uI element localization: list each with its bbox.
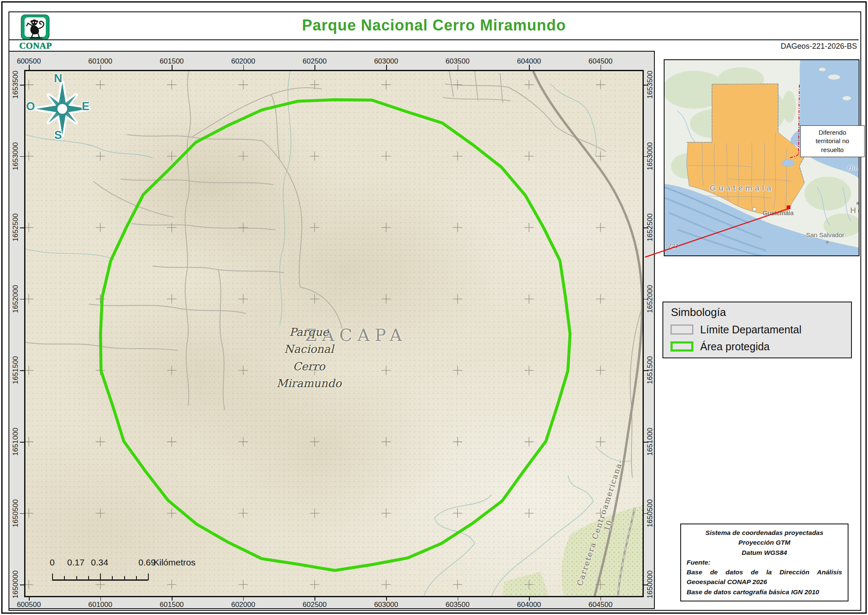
projection-line: Proyección GTM bbox=[687, 537, 842, 547]
source-box: Sistema de coordenadas proyectadas Proye… bbox=[680, 524, 849, 601]
fuente-label: Fuente: bbox=[687, 557, 842, 567]
coordinate-tick bbox=[644, 442, 648, 443]
city-dot bbox=[826, 241, 829, 244]
coordinate-tick: 603500 bbox=[441, 601, 475, 609]
coordinate-tick bbox=[314, 65, 315, 70]
coordinate-tick: 600500 bbox=[12, 601, 46, 609]
coordinate-tick: 601500 bbox=[155, 57, 189, 66]
park-location-marker bbox=[787, 205, 790, 209]
coordinate-tick: 602000 bbox=[226, 57, 260, 66]
inset-number-label: 721 bbox=[668, 242, 679, 249]
coordinate-tick bbox=[458, 65, 459, 70]
coordinate-tick: 604500 bbox=[584, 57, 618, 66]
coordinate-tick: 603000 bbox=[369, 601, 403, 609]
scale-bar-tick bbox=[64, 576, 65, 580]
scale-bar-tick bbox=[88, 576, 89, 580]
coordinate-tick: 603000 bbox=[369, 57, 403, 66]
conap-logo-label: CONAP bbox=[17, 41, 54, 51]
coordinate-tick bbox=[100, 65, 101, 70]
lake-izabal bbox=[782, 160, 795, 166]
scale-unit: Kilómetros bbox=[153, 557, 195, 568]
coordinate-tick: 603500 bbox=[441, 57, 475, 66]
document-id: DAGeos-221-2026-BS bbox=[781, 42, 857, 51]
main-map: N E S O ZACAPA Parque Nacional Cerro Mir… bbox=[24, 70, 644, 597]
coordinate-tick bbox=[243, 65, 244, 70]
city-dot bbox=[857, 202, 860, 205]
coordinate-tick: 604500 bbox=[584, 601, 618, 609]
territorial-note: Diferendo territorial no resuelto bbox=[800, 125, 865, 157]
inset-honduras-label: Ho bbox=[850, 206, 860, 215]
coordinate-tick: 1652000 bbox=[11, 282, 20, 316]
departmental-boundary-swatch bbox=[670, 324, 693, 335]
coordinate-tick: 1650500 bbox=[11, 496, 20, 530]
header: Parque Nacional Cerro Miramundo bbox=[9, 12, 859, 40]
coordinate-tick bbox=[386, 65, 387, 70]
coordinate-tick: 601000 bbox=[83, 601, 117, 609]
conap-logo: CONAP bbox=[20, 14, 51, 51]
inset-geography bbox=[665, 60, 860, 256]
coordinate-tick bbox=[20, 370, 24, 371]
scale-bar-tick bbox=[124, 576, 125, 580]
coordinate-tick bbox=[20, 299, 24, 300]
scale-bar-tick bbox=[52, 573, 53, 580]
coordinate-tick bbox=[644, 85, 648, 86]
scale-value: 0.17 bbox=[63, 557, 89, 568]
projection-line: Datum WGS84 bbox=[687, 548, 842, 557]
scale-bar-tick bbox=[148, 573, 149, 580]
coordinate-tick bbox=[644, 299, 648, 300]
coordinate-tick: 601000 bbox=[83, 57, 117, 66]
compass-east-label: E bbox=[77, 100, 94, 113]
coordinate-tick bbox=[29, 65, 30, 70]
source-line: Base de datos cartografía básica IGN 201… bbox=[687, 587, 842, 597]
coordinate-tick bbox=[644, 227, 648, 228]
coordinate-tick: 604000 bbox=[512, 57, 546, 66]
source-line: Base de datos de la Dirección Análisis G… bbox=[687, 567, 842, 587]
inset-gulf-label: Hond bbox=[847, 164, 860, 172]
projection-line: Sistema de coordenadas proyectadas bbox=[687, 528, 842, 537]
map-frame: 6005006005006010006010006015006015006020… bbox=[8, 51, 655, 609]
coordinate-tick: 1653000 bbox=[11, 139, 20, 173]
coordinate-tick: 602000 bbox=[226, 601, 260, 609]
coordinate-tick bbox=[644, 156, 648, 157]
coordinate-tick bbox=[20, 227, 24, 228]
coordinate-tick bbox=[20, 585, 24, 585]
protected-area-swatch bbox=[670, 341, 693, 352]
coordinate-tick bbox=[644, 370, 648, 371]
compass-west-label: O bbox=[24, 100, 39, 113]
coordinate-tick: 1652500 bbox=[11, 211, 20, 244]
coordinate-tick bbox=[20, 513, 24, 514]
inset-locator-map: Guatemala Guatemala San Salvador Ho Hond… bbox=[664, 59, 860, 256]
inset-country-label: Guatemala bbox=[691, 183, 793, 193]
scale-bar-tick bbox=[100, 573, 101, 580]
coordinate-tick: 1651500 bbox=[11, 353, 20, 387]
coordinate-tick bbox=[644, 585, 648, 585]
coordinate-tick bbox=[20, 85, 24, 86]
conap-monkey-icon bbox=[20, 14, 51, 41]
coordinate-tick bbox=[644, 513, 648, 514]
coordinate-tick bbox=[601, 65, 601, 70]
coordinate-tick: 601500 bbox=[155, 601, 189, 609]
scale-value: 0 bbox=[39, 557, 65, 568]
coordinate-tick: 1651000 bbox=[11, 425, 20, 459]
coordinate-tick bbox=[20, 442, 24, 443]
inset-san-salvador-label: San Salvador bbox=[791, 231, 859, 238]
scale-bar-tick bbox=[112, 576, 113, 580]
legend: Simbología Límite Departamental Área pro… bbox=[662, 302, 852, 358]
coordinate-tick: 1650000 bbox=[11, 568, 20, 601]
coordinate-tick: 604000 bbox=[512, 601, 546, 609]
compass-north-label: N bbox=[50, 72, 67, 85]
scale-bar-tick bbox=[76, 576, 77, 580]
scale-bar: 0 0.17 0.34 0.69 Kilómetros bbox=[38, 557, 191, 585]
park-name-label: Parque Nacional Cerro Miramundo bbox=[267, 324, 351, 392]
coordinate-tick: 600500 bbox=[12, 57, 46, 66]
compass-south-label: S bbox=[50, 129, 67, 142]
coordinate-tick: 1653500 bbox=[11, 68, 20, 102]
scale-bar-tick bbox=[136, 576, 137, 580]
coordinate-tick: 602500 bbox=[298, 57, 331, 66]
coordinate-tick bbox=[172, 65, 172, 70]
coordinate-tick bbox=[20, 156, 24, 157]
inset-capital-label: Guatemala bbox=[744, 209, 812, 216]
scale-value: 0.34 bbox=[87, 557, 112, 568]
legend-title: Simbología bbox=[671, 306, 726, 319]
page-title: Parque Nacional Cerro Miramundo bbox=[9, 12, 859, 39]
